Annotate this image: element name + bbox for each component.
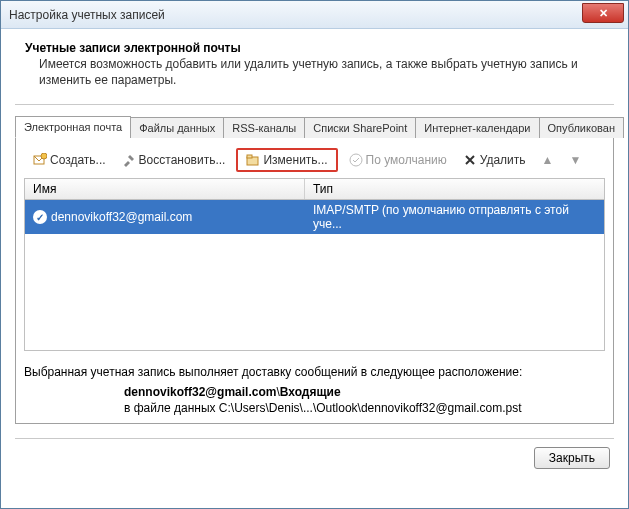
repair-button[interactable]: Восстановить... [117, 150, 231, 170]
row-name: dennovikoff32@gmail.com [51, 210, 192, 224]
footer: Закрыть [15, 447, 614, 469]
create-button[interactable]: Создать... [28, 150, 111, 170]
tab-email[interactable]: Электронная почта [15, 116, 131, 138]
delete-label: Удалить [480, 153, 526, 167]
tab-strip: Электронная почта Файлы данных RSS-канал… [15, 115, 614, 137]
svg-point-4 [350, 154, 362, 166]
window-title: Настройка учетных записей [9, 8, 165, 22]
column-header-name[interactable]: Имя [25, 179, 305, 199]
dialog-window: Настройка учетных записей ✕ Учетные запи… [0, 0, 629, 509]
default-label: По умолчанию [366, 153, 447, 167]
tab-published[interactable]: Опубликован [539, 117, 624, 138]
list-body[interactable]: ✓ dennovikoff32@gmail.com IMAP/SMTP (по … [25, 200, 604, 350]
repair-label: Восстановить... [139, 153, 226, 167]
list-row[interactable]: ✓ dennovikoff32@gmail.com IMAP/SMTP (по … [25, 200, 604, 234]
toolbar: Создать... Восстановить... Изменить... [24, 146, 605, 178]
delivery-path: C:\Users\Denis\...\Outlook\dennovikoff32… [219, 401, 522, 415]
heading-title: Учетные записи электронной почты [25, 41, 614, 55]
list-header: Имя Тип [25, 179, 604, 200]
close-icon: ✕ [599, 7, 608, 20]
move-up-button: ▲ [537, 150, 559, 170]
tab-rss[interactable]: RSS-каналы [223, 117, 305, 138]
default-button: По умолчанию [344, 150, 452, 170]
svg-rect-3 [247, 155, 252, 158]
delivery-path-prefix: в файле данных [124, 401, 219, 415]
delete-icon [463, 153, 477, 167]
titlebar: Настройка учетных записей ✕ [1, 1, 628, 29]
create-label: Создать... [50, 153, 106, 167]
change-button[interactable]: Изменить... [236, 148, 337, 172]
delete-button[interactable]: Удалить [458, 150, 531, 170]
delivery-info: Выбранная учетная запись выполняет доста… [24, 365, 605, 415]
arrow-up-icon: ▲ [542, 153, 554, 167]
close-button[interactable]: Закрыть [534, 447, 610, 469]
folder-edit-icon [246, 153, 260, 167]
tab-internet-calendars[interactable]: Интернет-календари [415, 117, 539, 138]
new-mail-icon [33, 153, 47, 167]
heading-description: Имеется возможность добавить или удалить… [39, 57, 614, 88]
delivery-target: dennovikoff32@gmail.com\Входящие [124, 385, 605, 399]
arrow-down-icon: ▼ [569, 153, 581, 167]
tab-panel-email: Создать... Восстановить... Изменить... [15, 137, 614, 424]
delivery-folder: Входящие [280, 385, 341, 399]
tools-icon [122, 153, 136, 167]
delivery-account: dennovikoff32@gmail.com [124, 385, 276, 399]
row-name-cell: ✓ dennovikoff32@gmail.com [25, 200, 305, 234]
tab-datafiles[interactable]: Файлы данных [130, 117, 224, 138]
dialog-content: Учетные записи электронной почты Имеется… [1, 29, 628, 508]
change-label: Изменить... [263, 153, 327, 167]
divider [15, 104, 614, 105]
delivery-path-line: в файле данных C:\Users\Denis\...\Outloo… [124, 401, 605, 415]
svg-point-1 [41, 153, 47, 159]
heading-block: Учетные записи электронной почты Имеется… [15, 41, 614, 88]
accounts-list: Имя Тип ✓ dennovikoff32@gmail.com IMAP/S… [24, 178, 605, 351]
check-icon: ✓ [33, 210, 47, 224]
check-circle-icon [349, 153, 363, 167]
tab-sharepoint[interactable]: Списки SharePoint [304, 117, 416, 138]
delivery-intro: Выбранная учетная запись выполняет доста… [24, 365, 605, 379]
column-header-type[interactable]: Тип [305, 179, 604, 199]
close-window-button[interactable]: ✕ [582, 3, 624, 23]
footer-divider [15, 438, 614, 439]
move-down-button: ▼ [564, 150, 586, 170]
row-type-cell: IMAP/SMTP (по умолчанию отправлять с это… [305, 200, 604, 234]
